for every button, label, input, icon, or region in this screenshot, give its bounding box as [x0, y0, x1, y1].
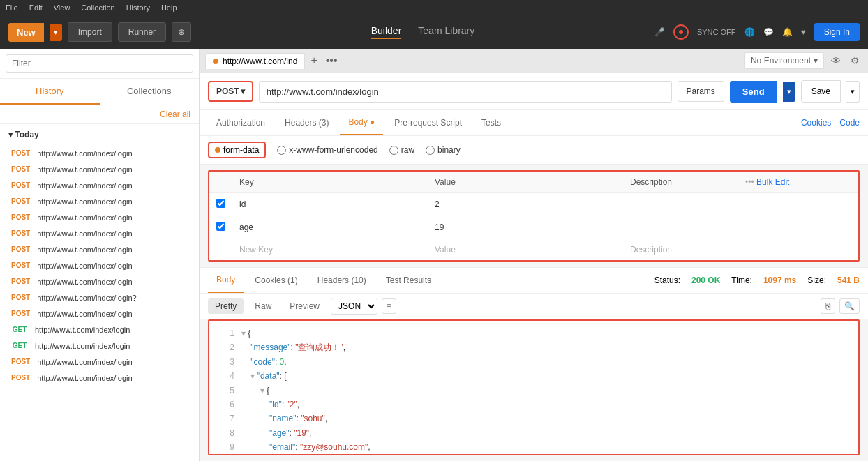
row-checkbox[interactable]: [216, 199, 225, 208]
menu-help[interactable]: Help: [161, 3, 177, 12]
list-item[interactable]: POSThttp://www.t.com/index/login: [0, 177, 199, 193]
json-line: 4 ▾ "data": [: [218, 369, 850, 383]
resp-tab-cookies[interactable]: Cookies (1): [246, 269, 306, 292]
subtab-authorization[interactable]: Authorization: [208, 111, 274, 135]
filter-input[interactable]: [6, 54, 193, 73]
list-item[interactable]: GEThttp://www.t.com/index/login: [0, 338, 199, 354]
menu-view[interactable]: View: [54, 3, 70, 12]
chat-icon[interactable]: 💬: [763, 27, 774, 37]
menu-file[interactable]: File: [6, 3, 18, 12]
globe-icon[interactable]: 🌐: [744, 27, 755, 37]
bulk-edit-button[interactable]: Bulk Edit: [756, 177, 789, 187]
row-checkbox-cell: [209, 216, 232, 239]
subtab-right: Cookies Code: [801, 118, 860, 128]
tab-builder[interactable]: Builder: [371, 25, 402, 39]
subtab-body[interactable]: Body ●: [340, 110, 383, 135]
list-item[interactable]: POSThttp://www.t.com/index/login: [0, 305, 199, 322]
send-dropdown-button[interactable]: ▾: [783, 82, 795, 102]
menu-edit[interactable]: Edit: [29, 3, 43, 12]
tab-collections[interactable]: Collections: [100, 79, 200, 105]
list-item[interactable]: POSThttp://www.t.com/index/login: [0, 257, 199, 273]
history-url: http://www.t.com/index/login: [37, 181, 132, 190]
form-data-option[interactable]: form-data: [208, 142, 266, 158]
row-checkbox[interactable]: [216, 222, 225, 231]
line-number: 6: [218, 398, 234, 411]
size-value: 541 B: [837, 275, 860, 285]
list-item[interactable]: POSThttp://www.t.com/index/login: [0, 370, 199, 386]
json-pretty-button[interactable]: Pretty: [208, 298, 244, 314]
subtab-pre-request[interactable]: Pre-request Script: [386, 111, 470, 135]
resp-tab-test-results[interactable]: Test Results: [377, 269, 440, 292]
size-label: Size:: [807, 275, 826, 285]
row-value: 19: [428, 216, 623, 239]
list-item[interactable]: POSThttp://www.t.com/index/login: [0, 193, 199, 209]
history-url: http://www.t.com/index/login: [35, 326, 130, 334]
th-value: Value: [428, 172, 623, 193]
binary-option[interactable]: binary: [426, 145, 461, 155]
env-dropdown[interactable]: No Environment ▾: [744, 52, 824, 69]
json-search-button[interactable]: 🔍: [839, 298, 860, 314]
code-link[interactable]: Code: [839, 118, 860, 128]
heart-icon[interactable]: ♥: [801, 27, 806, 37]
env-eye-button[interactable]: 👁: [828, 54, 844, 68]
send-button[interactable]: Send: [730, 81, 777, 103]
save-button[interactable]: Save: [801, 80, 841, 103]
method-label: POST: [216, 86, 239, 96]
tab-team-library[interactable]: Team Library: [418, 25, 474, 39]
raw-option[interactable]: raw: [389, 145, 414, 155]
subtab-headers[interactable]: Headers (3): [276, 111, 337, 135]
x-www-label: x-www-form-urlencoded: [289, 145, 377, 155]
history-url: http://www.t.com/index/login: [37, 245, 132, 254]
list-item[interactable]: POSThttp://www.t.com/index/login: [0, 241, 199, 257]
menu-collection[interactable]: Collection: [81, 3, 114, 12]
line-number: 9: [218, 440, 234, 454]
method-selector[interactable]: POST ▾: [208, 81, 253, 102]
list-item[interactable]: POSThttp://www.t.com/index/login: [0, 225, 199, 241]
more-dots-icon[interactable]: •••: [745, 177, 754, 187]
response-status: Status: 200 OK Time: 1097 ms Size: 541 B: [654, 275, 860, 285]
menu-history[interactable]: History: [126, 3, 150, 12]
list-item[interactable]: POSThttp://www.t.com/index/login: [0, 145, 199, 161]
clear-all-button[interactable]: Clear all: [160, 109, 190, 119]
save-dropdown-button[interactable]: ▾: [846, 81, 860, 103]
subtab-tests[interactable]: Tests: [473, 111, 509, 135]
url-input[interactable]: [259, 81, 672, 103]
form-data-dot: [215, 147, 220, 153]
resp-tab-headers[interactable]: Headers (10): [309, 269, 375, 292]
x-www-option[interactable]: x-www-form-urlencoded: [277, 145, 377, 155]
more-tabs-button[interactable]: •••: [323, 54, 341, 67]
new-button[interactable]: New: [8, 23, 44, 42]
sign-in-button[interactable]: Sign In: [814, 23, 860, 41]
list-item[interactable]: GEThttp://www.t.com/index/login: [0, 322, 199, 338]
request-tab-item[interactable]: http://www.t.com/ind: [205, 53, 305, 69]
new-row-key[interactable]: New Key: [232, 239, 428, 261]
list-item[interactable]: POSThttp://www.t.com/index/login: [0, 161, 199, 177]
json-format-icon-button[interactable]: ≡: [382, 298, 396, 314]
list-item[interactable]: POSThttp://www.t.com/index/login?: [0, 289, 199, 305]
env-gear-button[interactable]: ⚙: [848, 54, 862, 68]
tab-history[interactable]: History: [0, 79, 100, 105]
cookies-link[interactable]: Cookies: [801, 118, 831, 128]
sync-icon[interactable]: [673, 24, 689, 40]
json-format-select[interactable]: JSON XML HTML Text: [331, 298, 377, 315]
list-item[interactable]: POSThttp://www.t.com/index/login: [0, 354, 199, 370]
list-item[interactable]: POSThttp://www.t.com/index/login: [0, 273, 199, 289]
new-dropdown-button[interactable]: ▾: [50, 24, 62, 41]
env-selector: No Environment ▾ 👁 ⚙: [744, 52, 862, 69]
binary-label: binary: [437, 145, 461, 155]
sidebar-content: Today POSThttp://www.t.com/index/loginPO…: [0, 124, 199, 461]
new-row-desc[interactable]: Description: [623, 239, 738, 261]
history-url: http://www.t.com/index/login: [37, 213, 132, 222]
runner-button[interactable]: Runner: [118, 22, 166, 42]
json-copy-button[interactable]: ⎘: [821, 298, 835, 314]
extra-button[interactable]: ⊕: [172, 22, 191, 42]
import-button[interactable]: Import: [68, 22, 112, 42]
json-raw-button[interactable]: Raw: [248, 298, 278, 314]
params-button[interactable]: Params: [678, 81, 724, 102]
resp-tab-body[interactable]: Body: [208, 268, 244, 293]
add-tab-button[interactable]: +: [308, 54, 320, 67]
json-preview-button[interactable]: Preview: [283, 298, 327, 314]
new-row-value[interactable]: Value: [428, 239, 623, 261]
list-item[interactable]: POSThttp://www.t.com/index/login: [0, 209, 199, 225]
bell-icon[interactable]: 🔔: [782, 27, 793, 37]
